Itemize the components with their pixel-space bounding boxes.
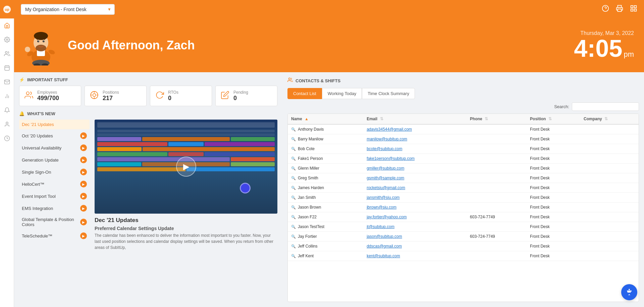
news-item-hellocert[interactable]: HelloCert™ ▶ xyxy=(19,178,90,190)
search-input[interactable] xyxy=(572,102,639,111)
table-row[interactable]: 🔍Jason Brown jbrown@siu.com Front Desk xyxy=(288,203,639,212)
svg-point-27 xyxy=(37,40,39,42)
news-item-global-template[interactable]: Global Template & Position Colors ▶ xyxy=(19,215,90,229)
svg-point-3 xyxy=(5,51,7,53)
table-row[interactable]: 🔍Jason F22 jay.fortier@yahoo.com 603-724… xyxy=(288,212,639,222)
email-link[interactable]: gmiller@subitup.com xyxy=(367,166,404,171)
email-link[interactable]: jansmith@siu.com xyxy=(367,195,399,200)
email-link[interactable]: kent@subitup.com xyxy=(367,254,400,258)
cell-email[interactable]: gsmith@sample.com xyxy=(363,173,467,183)
news-item-event-import[interactable]: Event Import Tool ▶ xyxy=(19,190,90,202)
cell-email[interactable]: jbrown@siu.com xyxy=(363,203,467,212)
email-link[interactable]: rocketsiu@gmail.com xyxy=(367,185,405,190)
accessibility-button[interactable] xyxy=(621,284,637,300)
cell-email[interactable]: manilow@subitup.com xyxy=(363,134,467,144)
video-thumbnail[interactable]: ▶ xyxy=(95,120,277,214)
video-play-button[interactable]: ▶ xyxy=(176,157,196,177)
tab-time-clock-summary[interactable]: Time Clock Summary xyxy=(362,88,415,99)
stat-rtos[interactable]: RTOs 0 xyxy=(150,86,212,106)
hero-datetime: Thursday, Mar 3, 2022 4:05 pm xyxy=(574,30,634,60)
email-link[interactable]: jt@subitup.com xyxy=(367,224,394,229)
email-link[interactable]: gsmith@sample.com xyxy=(367,176,404,180)
cell-email[interactable]: fake1person@subitup.com xyxy=(363,154,467,164)
cell-email[interactable]: bcote@subitup.com xyxy=(363,144,467,154)
table-row[interactable]: 🔍Fake1 Person fake1person@subitup.com Fr… xyxy=(288,154,639,164)
contact-search-icon: 🔍 xyxy=(291,166,296,170)
sidebar-item-home[interactable] xyxy=(0,18,14,33)
cell-position: Front Desk xyxy=(527,222,580,232)
sidebar-item-charts[interactable] xyxy=(0,89,14,103)
table-row[interactable]: 🔍Jeff Kent kent@subitup.com Front Desk xyxy=(288,251,639,261)
contact-search-icon: 🔍 xyxy=(291,215,296,219)
news-item-gen-update[interactable]: Generation Update ▶ xyxy=(19,154,90,166)
grid-icon[interactable] xyxy=(630,5,637,14)
cell-email[interactable]: rocketsiu@gmail.com xyxy=(363,183,467,193)
table-row[interactable]: 🔍Anthony Davis adavis34544@gmail.com Fro… xyxy=(288,124,639,134)
tab-working-today[interactable]: Working Today xyxy=(322,88,362,99)
cell-email[interactable]: jt@subitup.com xyxy=(363,222,467,232)
col-name[interactable]: Name ▲ xyxy=(288,114,363,124)
news-item-sso[interactable]: Single Sign-On ▶ xyxy=(19,166,90,178)
col-position[interactable]: Position ⇅ xyxy=(527,114,580,124)
sidebar-item-profile[interactable] xyxy=(0,117,14,131)
table-row[interactable]: 🔍Glenn Miller gmiller@subitup.com Front … xyxy=(288,164,639,173)
sort-company-icon: ⇅ xyxy=(604,117,608,121)
sidebar-logo[interactable]: up xyxy=(0,0,14,18)
contact-search-icon: 🔍 xyxy=(291,137,296,141)
col-email[interactable]: Email ⇅ xyxy=(363,114,467,124)
news-item-dec21[interactable]: Dec '21 Updates xyxy=(19,120,90,129)
contacts-icon xyxy=(287,77,293,84)
email-link[interactable]: bcote@subitup.com xyxy=(367,146,402,151)
cell-email[interactable]: gmiller@subitup.com xyxy=(363,164,467,173)
arrow-icon-gen-update: ▶ xyxy=(80,157,87,163)
cell-email[interactable]: kent@subitup.com xyxy=(363,251,467,261)
print-icon[interactable] xyxy=(616,5,623,14)
col-company[interactable]: Company ⇅ xyxy=(580,114,639,124)
email-link[interactable]: adavis34544@gmail.com xyxy=(367,127,412,132)
svg-point-11 xyxy=(6,122,8,124)
sidebar-item-notifications[interactable] xyxy=(0,103,14,117)
email-link[interactable]: fake1person@subitup.com xyxy=(367,156,415,161)
cell-email[interactable]: adavis34544@gmail.com xyxy=(363,124,467,134)
table-row[interactable]: 🔍Barry Manilow manilow@subitup.com Front… xyxy=(288,134,639,144)
table-row[interactable]: 🔍Jan Smith jansmith@siu.com Front Desk xyxy=(288,193,639,203)
help-icon[interactable] xyxy=(602,5,609,14)
news-item-oct20[interactable]: Oct '20 Updates ▶ xyxy=(19,130,90,141)
sidebar-item-settings[interactable] xyxy=(0,33,14,47)
stat-employees[interactable]: Employees 499/700 xyxy=(19,86,81,106)
email-link[interactable]: jason@subitup.com xyxy=(367,234,402,239)
col-phone[interactable]: Phone ⇅ xyxy=(467,114,527,124)
cell-email[interactable]: jason@subitup.com xyxy=(363,232,467,242)
cell-phone xyxy=(467,173,527,183)
cell-position: Front Desk xyxy=(527,232,580,242)
sidebar-item-clock[interactable] xyxy=(0,131,14,145)
email-link[interactable]: jay.fortier@yahoo.com xyxy=(367,215,407,219)
cell-company xyxy=(580,134,639,144)
arrow-icon-ems: ▶ xyxy=(80,205,87,212)
cell-email[interactable]: jay.fortier@yahoo.com xyxy=(363,212,467,222)
table-row[interactable]: 🔍James Harden rocketsiu@gmail.com Front … xyxy=(288,183,639,193)
org-selector[interactable]: My Organization - Front Desk xyxy=(21,4,115,15)
news-item-ems[interactable]: EMS Integration ▶ xyxy=(19,203,90,214)
sidebar-item-users[interactable] xyxy=(0,47,14,61)
email-link[interactable]: ddscas@gmail.com xyxy=(367,244,402,249)
table-row[interactable]: 🔍Bob Cote bcote@subitup.com Front Desk xyxy=(288,144,639,154)
cell-email[interactable]: jansmith@siu.com xyxy=(363,193,467,203)
news-item-univ-avail[interactable]: Universal Availability ▶ xyxy=(19,142,90,154)
table-row[interactable]: 🔍Greg Smith gsmith@sample.com Front Desk xyxy=(288,173,639,183)
tab-contact-list[interactable]: Contact List xyxy=(287,88,322,99)
sidebar-item-calendar[interactable] xyxy=(0,61,14,75)
stat-positions[interactable]: Positions 217 xyxy=(85,86,147,106)
email-link[interactable]: jbrown@siu.com xyxy=(367,205,396,210)
table-row[interactable]: 🔍Jason TestTest jt@subitup.com Front Des… xyxy=(288,222,639,232)
table-row[interactable]: 🔍Jay Fortier jason@subitup.com 603-724-7… xyxy=(288,232,639,242)
table-row[interactable]: 🔍Jeff Collins ddscas@gmail.com Front Des… xyxy=(288,242,639,251)
sidebar-item-mail[interactable] xyxy=(0,75,14,89)
news-item-teleschedule[interactable]: TeleSchedule™ ▶ xyxy=(19,230,90,242)
org-selector-wrapper[interactable]: My Organization - Front Desk ▼ xyxy=(21,4,115,15)
cell-phone: 603-724-7749 xyxy=(467,232,527,242)
stat-pending[interactable]: Pending 0 xyxy=(215,86,277,106)
email-link[interactable]: manilow@subitup.com xyxy=(367,137,407,141)
whats-new-section: 🔔 WHAT'S NEW Dec '21 Updates Oct '20 Upd… xyxy=(19,111,277,251)
cell-email[interactable]: ddscas@gmail.com xyxy=(363,242,467,251)
